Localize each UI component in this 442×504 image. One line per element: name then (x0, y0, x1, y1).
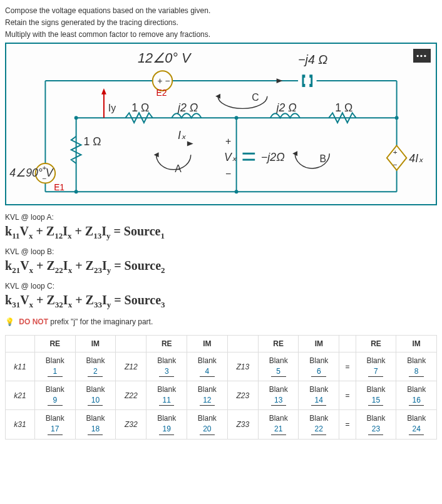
kvl-a-equation: k11Vx + Z12Ix + Z13Iy = Source1 (5, 224, 437, 241)
svg-text:B: B (320, 153, 327, 164)
svg-text:−j4 Ω: −j4 Ω (298, 53, 327, 66)
label-E2: E2 (157, 88, 167, 98)
svg-point-51 (395, 116, 399, 120)
col-re: RE (34, 336, 75, 352)
blank-cell[interactable]: Blank7 (356, 352, 396, 381)
coef-label: Z22 (116, 381, 146, 410)
table-row: k21Blank9Blank10Z22Blank11Blank12Z23Blan… (6, 381, 437, 410)
col-im: IM (187, 336, 228, 352)
blank-cell[interactable]: Blank11 (146, 381, 187, 410)
svg-text:Iy: Iy (108, 103, 116, 113)
svg-text:C: C (252, 92, 259, 103)
col-re: RE (146, 336, 187, 352)
kvl-c-label: KVL @ loop C: (5, 282, 437, 291)
svg-marker-15 (101, 88, 106, 95)
col-im: IM (299, 336, 339, 352)
kvl-a-label: KVL @ loop A: (5, 213, 437, 222)
instruction-line: Compose the voltage equations based on t… (5, 5, 437, 16)
equals-cell: = (339, 352, 356, 381)
svg-text:+: + (393, 148, 398, 157)
svg-marker-12 (277, 78, 283, 83)
coef-label: k21 (6, 381, 35, 410)
blank-cell[interactable]: Blank8 (396, 352, 437, 381)
svg-text:Iₓ: Iₓ (178, 129, 187, 141)
coef-label: Z12 (116, 352, 146, 381)
svg-text:+ −: + − (158, 76, 170, 86)
blank-cell[interactable]: Blank21 (258, 410, 299, 439)
svg-text:Vₓ: Vₓ (224, 151, 237, 163)
svg-text:−: − (393, 160, 398, 169)
svg-rect-8 (298, 78, 317, 84)
table-row: k11Blank1Blank2Z12Blank3Blank4Z13Blank5B… (6, 352, 437, 381)
svg-point-47 (75, 116, 78, 120)
svg-text:1 Ω: 1 Ω (131, 101, 149, 114)
equals-cell: = (339, 410, 356, 439)
blank-cell[interactable]: Blank22 (299, 410, 339, 439)
instruction-line: Retain the signs generated by the tracin… (5, 17, 437, 28)
instructions: Compose the voltage equations based on t… (5, 5, 437, 40)
coef-label: Z32 (116, 410, 146, 439)
blank-cell[interactable]: Blank23 (356, 410, 396, 439)
svg-text:1 Ω: 1 Ω (83, 135, 101, 148)
more-button[interactable]: ••• (413, 49, 431, 63)
instruction-line: Multiply with the least common factor to… (5, 29, 437, 40)
blank-cell[interactable]: Blank15 (356, 381, 396, 410)
answer-table: RE IM RE IM RE IM RE IM k11Blank1Blank2Z… (5, 335, 437, 440)
svg-text:4Iₓ: 4Iₓ (409, 152, 424, 165)
svg-text:4∠90° V: 4∠90° V (9, 167, 54, 179)
kvl-b-equation: k21Vx + Z22Ix + Z23Iy = Source2 (5, 259, 437, 275)
bulb-icon: 💡 (5, 317, 14, 326)
blank-cell[interactable]: Blank10 (75, 381, 116, 410)
warning-donot: DO NOT (19, 317, 48, 326)
warning-note: 💡 DO NOT prefix "j" for the imaginary pa… (5, 317, 437, 326)
circuit-diagram: ••• + − 12∠0° V E2 −j4 Ω Iy 1 Ω j2 Ω j2 (5, 43, 437, 205)
blank-cell[interactable]: Blank16 (396, 381, 437, 410)
label-top-source: 12∠0° V (138, 50, 192, 66)
circuit-svg: + − 12∠0° V E2 −j4 Ω Iy 1 Ω j2 Ω j2 Ω 1 … (6, 44, 436, 204)
blank-cell[interactable]: Blank3 (146, 352, 187, 381)
coef-label: Z13 (227, 352, 258, 381)
svg-marker-31 (187, 141, 193, 147)
svg-text:j2 Ω: j2 Ω (275, 101, 297, 114)
coef-label: k11 (6, 352, 35, 381)
blank-cell[interactable]: Blank5 (258, 352, 299, 381)
svg-text:j2 Ω: j2 Ω (177, 101, 198, 114)
blank-cell[interactable]: Blank20 (187, 410, 228, 439)
blank-cell[interactable]: Blank4 (187, 352, 228, 381)
col-im: IM (75, 336, 116, 352)
svg-point-48 (235, 116, 239, 120)
blank-cell[interactable]: Blank14 (299, 381, 339, 410)
svg-text:−j2Ω: −j2Ω (261, 151, 285, 163)
blank-cell[interactable]: Blank2 (75, 352, 116, 381)
svg-text:1 Ω: 1 Ω (335, 101, 352, 114)
kvl-c-equation: k31Vx + Z32Ix + Z33Iy = Source3 (5, 293, 437, 310)
coef-label: k31 (6, 410, 35, 439)
warning-text: prefix "j" for the imaginary part. (48, 317, 153, 326)
col-re: RE (258, 336, 299, 352)
svg-point-49 (235, 190, 239, 193)
blank-cell[interactable]: Blank24 (396, 410, 437, 439)
blank-cell[interactable]: Blank18 (75, 410, 116, 439)
blank-cell[interactable]: Blank12 (187, 381, 228, 410)
kvl-b-label: KVL @ loop B: (5, 247, 437, 256)
equals-cell: = (339, 381, 356, 410)
coef-label: Z33 (227, 410, 258, 439)
blank-cell[interactable]: Blank19 (146, 410, 187, 439)
svg-point-50 (75, 190, 78, 193)
svg-text:+: + (225, 136, 231, 147)
blank-cell[interactable]: Blank17 (34, 410, 75, 439)
blank-cell[interactable]: Blank13 (258, 381, 299, 410)
svg-text:−: − (225, 168, 231, 179)
coef-label: Z23 (227, 381, 258, 410)
col-im: IM (396, 336, 437, 352)
col-re: RE (356, 336, 396, 352)
svg-text:E1: E1 (54, 183, 64, 192)
blank-cell[interactable]: Blank6 (299, 352, 339, 381)
table-row: k31Blank17Blank18Z32Blank19Blank20Z33Bla… (6, 410, 437, 439)
blank-cell[interactable]: Blank1 (34, 352, 75, 381)
blank-cell[interactable]: Blank9 (34, 381, 75, 410)
